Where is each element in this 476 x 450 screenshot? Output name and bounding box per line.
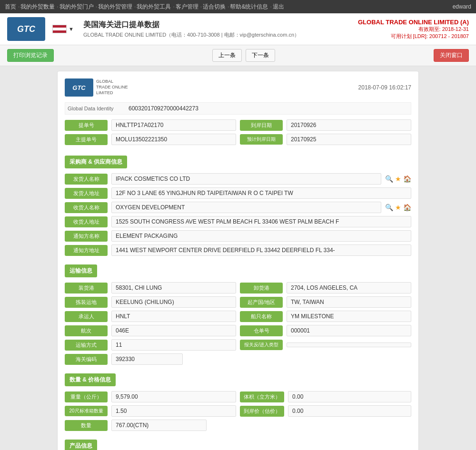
nav-my-management[interactable]: 我的外贸管理: [98, 3, 132, 11]
card-logo-box: GTC: [65, 78, 93, 97]
unit-price-field: 到岸价（估价） 0.00: [240, 405, 411, 417]
card-logo-subtitle: GLOBALTRADE ONLINELIMITED: [96, 79, 128, 96]
shipper-name-label: 发货人名称: [65, 174, 108, 185]
vessel-value: YM MILESTONE: [287, 311, 411, 322]
nav-my-portal[interactable]: 我的外贸门户: [60, 3, 94, 11]
next-record-btn[interactable]: 下一条: [246, 49, 275, 62]
logo-area: GTC: [7, 17, 45, 41]
shipper-name-value: IPACK COSMETICS CO LTD: [111, 173, 381, 185]
origin-country-value: TW, TAIWAN: [287, 296, 411, 308]
arrival-date-field: 到岸日期 20170926: [240, 119, 411, 131]
estimated-arrival-value: 20170925: [287, 134, 411, 145]
master-bill-label: 主提单号: [65, 134, 108, 145]
weight-field: 重量（公斤） 9,579.00: [65, 391, 236, 402]
current-user: edward: [453, 3, 471, 10]
estimated-arrival-field: 预计到岸日期 20170925: [240, 134, 411, 145]
consignee-home-icon[interactable]: 🏠: [403, 204, 411, 211]
origin-country-field: 起产国/地区 TW, TAIWAN: [240, 296, 411, 308]
logo-box: GTC: [7, 17, 45, 41]
carrier-value: HNLT: [111, 311, 236, 322]
volume-value: 0.00: [288, 391, 411, 402]
close-window-btn[interactable]: 关闭窗口: [434, 49, 469, 62]
company-name: GLOBAL TRADE ONLINE LIMITED (A): [358, 19, 469, 26]
supplier-section-header: 采购商 & 供应商信息: [65, 156, 127, 168]
shipper-search-icon[interactable]: 🔍: [385, 175, 393, 183]
shipper-addr-value: 12F NO 3 LANE 65 YINGJHUN RD TAIPEITAIWA…: [111, 187, 411, 199]
page-header: GTC ▼ 美国海关进口提单数据 GLOBAL TRADE ONLINE LIM…: [0, 13, 476, 45]
quantity-label: 数量: [65, 420, 108, 431]
nav-my-trade-data[interactable]: 我的外贸数量: [20, 3, 55, 11]
container-price-row: 20尺标准箱数量 1.50 到岸价（估价） 0.00: [65, 405, 411, 417]
nav-logout[interactable]: 退出: [273, 3, 284, 11]
shipper-name-row: 发货人名称 IPACK COSMETICS CO LTD 🔍 ★ 🏠: [65, 173, 411, 185]
import-class-value: [287, 342, 411, 347]
product-section: 产品信息 集装箱编号 MOFU6700974（CN / L / CY） 集装箱尺…: [65, 434, 411, 450]
port-row: 装货港 58301, CHI LUNG 卸货港 2704, LOS ANGELE…: [65, 282, 411, 293]
nav-adapt[interactable]: 适合切换: [203, 3, 226, 11]
container-20-value: 1.50: [111, 405, 236, 417]
supplier-section: 采购商 & 供应商信息 发货人名称 IPACK COSMETICS CO LTD…: [65, 150, 411, 256]
master-bill-value: MOLU13502221350: [111, 134, 236, 145]
prev-record-btn[interactable]: 上一条: [212, 49, 242, 62]
carrier-field: 承运人 HNLT: [65, 311, 236, 322]
weight-value: 9,579.00: [111, 391, 236, 402]
import-class-label: 报关反/进入类型: [240, 340, 283, 350]
loading-place-field: 拣装运地 KEELUNG (CHILUNG): [65, 296, 236, 308]
bill-row-2: 主提单号 MOLU13502221350 预计到岸日期 20170925: [65, 134, 411, 145]
nav-help[interactable]: 帮助&统计信息: [230, 3, 268, 11]
consignee-addr-row: 收货人地址 1525 SOUTH CONGRESS AVE WEST PALM …: [65, 216, 411, 227]
nav-home[interactable]: 首页: [5, 3, 16, 11]
transport-mode-value: 11: [111, 339, 236, 351]
notify-addr-value: 1441 WEST NEWPORT CENTER DRIVE DEERFIELD…: [111, 245, 411, 256]
record-timestamp: 2018-07-09 16:02:17: [358, 84, 411, 91]
nav-customer-mgmt[interactable]: 客户管理: [176, 3, 198, 11]
record-card: GTC GLOBALTRADE ONLINELIMITED 2018-07-09…: [57, 71, 419, 450]
loading-place-value: KEELUNG (CHILUNG): [111, 296, 236, 308]
bill-ref-value: 000001: [287, 325, 411, 336]
place-country-row: 拣装运地 KEELUNG (CHILUNG) 起产国/地区 TW, TAIWAN: [65, 296, 411, 308]
shipper-addr-row: 发货人地址 12F NO 3 LANE 65 YINGJHUN RD TAIPE…: [65, 187, 411, 199]
nav-my-tools[interactable]: 我的外贸工具: [137, 3, 171, 11]
notify-name-value: ELEMENT PACKAGING: [111, 230, 411, 242]
us-flag: [52, 25, 67, 33]
loading-place-label: 拣装运地: [65, 297, 108, 308]
voyage-field: 航次 046E: [65, 325, 236, 336]
shipper-star-icon[interactable]: ★: [395, 175, 401, 183]
main-content: GTC GLOBALTRADE ONLINELIMITED 2018-07-09…: [0, 66, 476, 450]
shipper-home-icon[interactable]: 🏠: [403, 175, 411, 183]
transport-section: 运输信息 装货港 58301, CHI LUNG 卸货港 2704, LOS A…: [65, 259, 411, 365]
bill-no-label: 提单号: [65, 120, 108, 131]
product-section-header: 产品信息: [65, 440, 97, 450]
header-title-area: 美国海关进口提单数据 GLOBAL TRADE ONLINE LIMITED（电…: [83, 20, 299, 39]
notify-addr-label: 通知方地址: [65, 245, 108, 256]
voyage-bill-row: 航次 046E 仓单号 000001: [65, 325, 411, 336]
master-bill-field: 主提单号 MOLU13502221350: [65, 134, 236, 145]
vessel-field: 船只名称 YM MILESTONE: [240, 311, 411, 322]
origin-country-label: 起产国/地区: [240, 297, 283, 308]
bill-row-1: 提单号 HNLTTP17A02170 到岸日期 20170926: [65, 119, 411, 131]
consignee-action-icons: 🔍 ★ 🏠: [385, 204, 411, 211]
notify-name-row: 通知方名称 ELEMENT PACKAGING: [65, 230, 411, 242]
estimated-arrival-label: 预计到岸日期: [240, 134, 283, 145]
import-class-field: 报关反/进入类型: [240, 339, 411, 351]
top-navigation: 首页 · 我的外贸数量 · 我的外贸门户 · 我的外贸管理 · 我的外贸工具 ·…: [0, 0, 476, 13]
unit-price-label: 到岸价（估价）: [240, 406, 284, 417]
flag-label: ▼: [69, 26, 74, 32]
usage-info: 可用计划 [LDR]: 200712 - 201807: [358, 33, 469, 40]
unloading-port-value: 2704, LOS ANGELES, CA: [287, 282, 411, 293]
top-toolbar: 打印浏览记录 上一条 下一条 关闭窗口: [0, 45, 476, 66]
print-browse-record-btn[interactable]: 打印浏览记录: [7, 49, 54, 62]
voyage-label: 航次: [65, 325, 108, 336]
gdi-label: Global Data Identity: [68, 106, 125, 111]
consignee-star-icon[interactable]: ★: [395, 204, 401, 211]
consignee-search-icon[interactable]: 🔍: [385, 204, 393, 211]
card-header: GTC GLOBALTRADE ONLINELIMITED 2018-07-09…: [65, 78, 411, 97]
logo-text: GTC: [17, 24, 35, 34]
page-sub-title: GLOBAL TRADE ONLINE LIMITED（电话：400-710-3…: [83, 31, 299, 39]
arrival-date-value: 20170926: [287, 119, 411, 131]
gdi-value: 6003201709270000442273: [129, 105, 198, 112]
expiry-info: 有效期至: 2018-12-31: [358, 26, 469, 33]
flag-area: ▼: [52, 25, 74, 33]
customs-code-label: 海关编码: [65, 354, 108, 365]
notify-addr-row: 通知方地址 1441 WEST NEWPORT CENTER DRIVE DEE…: [65, 245, 411, 256]
